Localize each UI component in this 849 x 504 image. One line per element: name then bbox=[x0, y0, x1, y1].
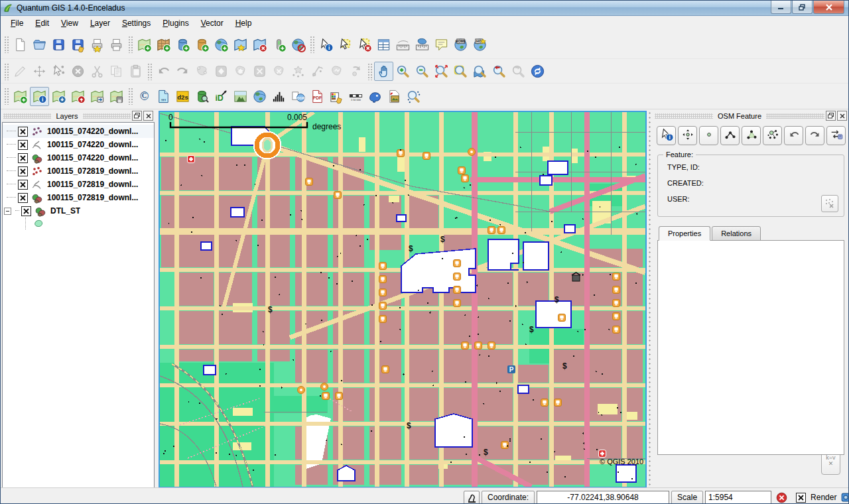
new-project-button[interactable] bbox=[11, 35, 30, 54]
copyright-label-button[interactable]: © bbox=[135, 87, 154, 106]
osm-identify-feature-button[interactable]: i bbox=[657, 126, 676, 145]
crs-status-button[interactable] bbox=[841, 490, 849, 504]
osm-home-button[interactable]: HOME bbox=[451, 35, 470, 54]
redo-button[interactable] bbox=[173, 62, 192, 81]
merge-features-button[interactable] bbox=[327, 62, 346, 81]
osm-create-relation-button[interactable] bbox=[763, 126, 782, 145]
georeferencer-button[interactable] bbox=[231, 87, 250, 106]
tab-relations[interactable]: Relations bbox=[712, 226, 761, 241]
layer-visibility-checkbox[interactable] bbox=[18, 166, 28, 176]
menu-settings[interactable]: Settings bbox=[116, 17, 157, 30]
osm-upload-button[interactable] bbox=[68, 87, 88, 106]
copy-features-button[interactable] bbox=[107, 62, 126, 81]
menu-layer[interactable]: Layer bbox=[84, 17, 116, 30]
add-ring-button[interactable] bbox=[212, 62, 231, 81]
map-canvas[interactable]: P$$$$$$$$ 0 0.005 degrees © QGIS 2010 bbox=[159, 111, 647, 488]
layer-item[interactable]: 100115_074220_downl... bbox=[3, 151, 154, 164]
osm-import-button[interactable] bbox=[88, 87, 107, 106]
menu-edit[interactable]: Edit bbox=[29, 17, 55, 30]
close-button[interactable] bbox=[813, 1, 844, 14]
toggle-editing-button[interactable] bbox=[11, 62, 30, 81]
node-tool-button[interactable] bbox=[49, 62, 68, 81]
osm-float-button[interactable] bbox=[826, 111, 836, 121]
pan-map-button[interactable] bbox=[374, 62, 393, 81]
layer-visibility-checkbox[interactable] bbox=[18, 140, 28, 150]
osm-save-button[interactable] bbox=[107, 87, 126, 106]
layer-visibility-checkbox[interactable] bbox=[18, 193, 28, 203]
zoom-out-button[interactable] bbox=[413, 62, 432, 81]
add-postgis-layer-button[interactable] bbox=[173, 35, 192, 54]
add-part-button[interactable] bbox=[231, 62, 250, 81]
layer-visibility-checkbox[interactable] bbox=[18, 127, 28, 137]
osm-create-line-button[interactable] bbox=[720, 126, 740, 145]
save-project-as-button[interactable] bbox=[68, 35, 88, 54]
toolbar-handle[interactable] bbox=[4, 36, 9, 53]
scale-input[interactable] bbox=[705, 491, 771, 504]
osm-home-new-button[interactable]: HO bbox=[470, 35, 490, 54]
toolbar-handle[interactable] bbox=[310, 36, 314, 53]
image-writer-button[interactable] bbox=[385, 87, 404, 106]
ogr-converter-button[interactable]: OGR bbox=[289, 87, 308, 106]
scale-bar-button[interactable]: 1:50 000 bbox=[346, 87, 365, 106]
toolbar-handle[interactable] bbox=[367, 63, 372, 80]
move-feature-button[interactable] bbox=[30, 62, 49, 81]
add-raster-layer-button[interactable] bbox=[154, 35, 173, 54]
layers-panel-header[interactable]: Layers bbox=[3, 111, 153, 121]
stop-render-button[interactable] bbox=[773, 491, 789, 504]
save-project-button[interactable] bbox=[49, 35, 68, 54]
refresh-map-button[interactable] bbox=[528, 62, 547, 81]
remove-tag-button[interactable]: k=v ✕ bbox=[821, 452, 840, 475]
osm-download-button[interactable] bbox=[49, 87, 68, 106]
layer-visibility-checkbox[interactable] bbox=[18, 153, 28, 163]
osm-redo-button[interactable] bbox=[805, 126, 824, 145]
menu-view[interactable]: View bbox=[55, 17, 84, 30]
toolbar-handle[interactable] bbox=[128, 36, 133, 53]
select-features-button[interactable] bbox=[336, 35, 355, 54]
render-checkbox[interactable] bbox=[796, 493, 806, 503]
coordinate-input[interactable] bbox=[537, 491, 669, 504]
extents-toggle-button[interactable] bbox=[464, 491, 480, 504]
open-project-button[interactable] bbox=[30, 35, 49, 54]
expander-icon[interactable] bbox=[4, 208, 11, 215]
identify-features-button[interactable]: i bbox=[316, 35, 336, 54]
layer-visibility-checkbox[interactable] bbox=[18, 180, 28, 190]
cut-features-button[interactable] bbox=[88, 62, 107, 81]
undo-button[interactable] bbox=[154, 62, 173, 81]
menu-vector[interactable]: Vector bbox=[195, 17, 229, 30]
zoom-to-layer-button[interactable] bbox=[470, 62, 490, 81]
new-shapefile-layer-button[interactable] bbox=[231, 35, 250, 54]
interpolation-button[interactable]: iD bbox=[212, 87, 231, 106]
deselect-features-button[interactable] bbox=[355, 35, 374, 54]
layer-item[interactable]: 100115_074220_downl... bbox=[3, 138, 154, 151]
dxf2shape-button[interactable]: d2s bbox=[173, 87, 192, 106]
zoom-last-button[interactable] bbox=[490, 62, 509, 81]
map-tips-button[interactable] bbox=[432, 35, 451, 54]
zoom-next-button[interactable] bbox=[509, 62, 528, 81]
layer-item[interactable]: 100115_072819_downl... bbox=[3, 164, 154, 178]
layer-item[interactable]: 100115_072819_downl... bbox=[3, 178, 154, 191]
delete-selected-button[interactable] bbox=[68, 62, 88, 81]
coordinate-capture-button[interactable] bbox=[250, 87, 269, 106]
layer-symbology-item[interactable] bbox=[3, 218, 154, 229]
raster-terrain-button[interactable] bbox=[327, 87, 346, 106]
print-button[interactable] bbox=[107, 35, 126, 54]
osm-create-polygon-button[interactable] bbox=[742, 126, 761, 145]
add-vector-layer-button[interactable] bbox=[135, 35, 154, 54]
delete-part-button[interactable] bbox=[269, 62, 289, 81]
toolbar-handle[interactable] bbox=[4, 88, 9, 105]
clear-feature-button[interactable] bbox=[821, 195, 838, 212]
tab-properties[interactable]: Properties bbox=[659, 226, 710, 241]
mapserver-export-button[interactable] bbox=[365, 87, 385, 106]
evis-button[interactable] bbox=[192, 87, 212, 106]
osm-changesets-button[interactable] bbox=[826, 126, 846, 145]
rotate-point-symbols-button[interactable] bbox=[346, 62, 365, 81]
toolbar-handle[interactable] bbox=[147, 63, 152, 80]
measure-area-button[interactable] bbox=[413, 35, 432, 54]
raster-histogram-button[interactable] bbox=[269, 87, 289, 106]
paste-features-button[interactable] bbox=[126, 62, 145, 81]
remove-layer-button[interactable] bbox=[250, 35, 269, 54]
measure-line-button[interactable] bbox=[393, 35, 413, 54]
dock-splitter[interactable] bbox=[647, 111, 652, 487]
osm-feature-manager-button[interactable]: i bbox=[30, 87, 49, 106]
add-spatialite-layer-button[interactable] bbox=[192, 35, 212, 54]
